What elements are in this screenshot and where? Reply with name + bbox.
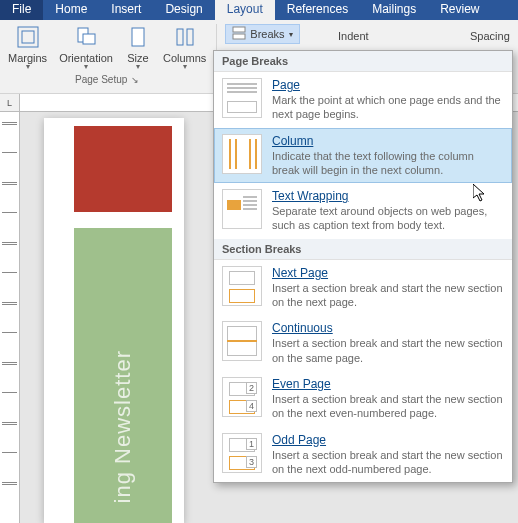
- ribbon-tabs: File Home Insert Design Layout Reference…: [0, 0, 518, 20]
- menu-item-next-page[interactable]: Next Page Insert a section break and sta…: [214, 260, 512, 316]
- tab-selector[interactable]: L: [0, 94, 20, 112]
- group-label-page-setup: Page Setup ↘: [75, 74, 139, 85]
- menu-item-text-wrapping-break[interactable]: Text Wrapping Separate text around objec…: [214, 183, 512, 239]
- newsletter-text: ing Newsletter: [110, 350, 136, 503]
- odd-page-icon: 13: [222, 433, 262, 473]
- page-setup-group: Margins ▾ Orientation ▾ Size ▾ Columns ▾…: [0, 20, 214, 93]
- tab-file[interactable]: File: [0, 0, 43, 20]
- section-breaks-header: Section Breaks: [214, 239, 512, 260]
- menu-item-continuous[interactable]: Continuous Insert a section break and st…: [214, 315, 512, 371]
- svg-rect-6: [187, 29, 193, 45]
- page-breaks-header: Page Breaks: [214, 51, 512, 72]
- orientation-icon: [73, 24, 99, 50]
- menu-item-column-break[interactable]: Column Indicate that the text following …: [214, 128, 512, 184]
- tab-mailings[interactable]: Mailings: [360, 0, 428, 20]
- breaks-dropdown: Page Breaks Page Mark the point at which…: [213, 50, 513, 483]
- margins-button[interactable]: Margins ▾: [2, 22, 53, 72]
- indent-label: Indent: [328, 24, 369, 42]
- menu-item-odd-page[interactable]: 13 Odd Page Insert a section break and s…: [214, 427, 512, 483]
- svg-rect-0: [18, 27, 38, 47]
- svg-rect-5: [177, 29, 183, 45]
- columns-button[interactable]: Columns ▾: [157, 22, 212, 72]
- spacing-label: Spacing: [460, 24, 510, 42]
- svg-rect-1: [22, 31, 34, 43]
- next-page-icon: [222, 266, 262, 306]
- orientation-button[interactable]: Orientation ▾: [53, 22, 119, 72]
- tab-references[interactable]: References: [275, 0, 360, 20]
- document-page[interactable]: ing Newsletter: [44, 118, 184, 523]
- vertical-ruler[interactable]: [0, 112, 20, 523]
- green-sidebar-block: ing Newsletter: [74, 228, 172, 523]
- svg-rect-8: [233, 34, 245, 39]
- menu-item-even-page[interactable]: 24 Even Page Insert a section break and …: [214, 371, 512, 427]
- size-icon: [125, 24, 151, 50]
- breaks-button[interactable]: Breaks ▾: [225, 24, 299, 44]
- continuous-icon: [222, 321, 262, 361]
- chevron-down-icon: ▾: [84, 64, 88, 70]
- chevron-down-icon: ▾: [136, 64, 140, 70]
- menu-item-page-break[interactable]: Page Mark the point at which one page en…: [214, 72, 512, 128]
- tab-design[interactable]: Design: [153, 0, 214, 20]
- cursor-icon: [473, 184, 487, 202]
- columns-icon: [172, 24, 198, 50]
- text-wrapping-icon: [222, 189, 262, 229]
- chevron-down-icon: ▾: [289, 30, 293, 39]
- tab-layout[interactable]: Layout: [215, 0, 275, 20]
- tab-home[interactable]: Home: [43, 0, 99, 20]
- tab-review[interactable]: Review: [428, 0, 491, 20]
- svg-rect-7: [233, 27, 245, 32]
- page-break-icon: [222, 78, 262, 118]
- column-break-icon: [222, 134, 262, 174]
- svg-rect-4: [132, 28, 144, 46]
- svg-rect-3: [83, 34, 95, 44]
- tab-insert[interactable]: Insert: [99, 0, 153, 20]
- breaks-icon: [232, 26, 246, 42]
- chevron-down-icon: ▾: [183, 64, 187, 70]
- dialog-launcher-icon[interactable]: ↘: [131, 75, 139, 85]
- size-button[interactable]: Size ▾: [119, 22, 157, 72]
- even-page-icon: 24: [222, 377, 262, 417]
- margins-icon: [15, 24, 41, 50]
- red-decorative-block: [74, 126, 172, 212]
- chevron-down-icon: ▾: [26, 64, 30, 70]
